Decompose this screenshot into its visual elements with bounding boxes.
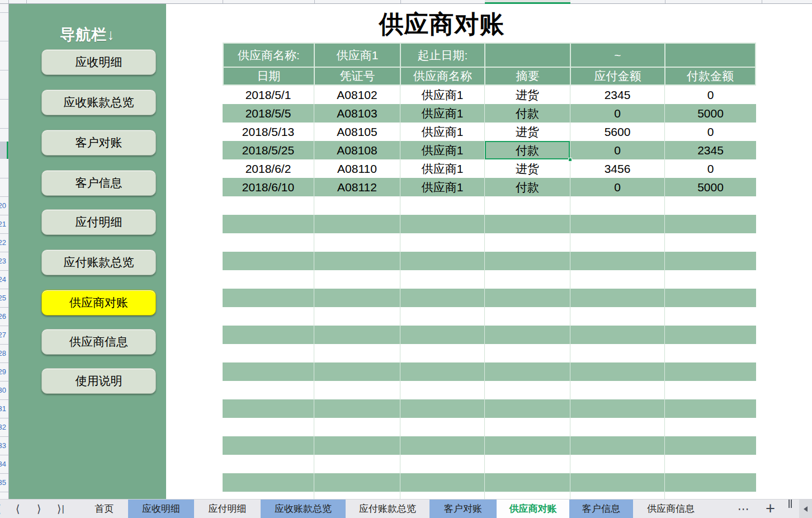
- table-cell[interactable]: [400, 196, 485, 215]
- table-cell[interactable]: [223, 289, 314, 307]
- table-cell[interactable]: [570, 362, 665, 381]
- table-cell[interactable]: [314, 381, 400, 399]
- table-cell[interactable]: 进货: [485, 86, 570, 104]
- table-cell[interactable]: [665, 399, 756, 418]
- supplier-name-value-cell[interactable]: 供应商1: [315, 44, 400, 67]
- table-cell[interactable]: 5000: [665, 104, 756, 123]
- table-cell[interactable]: [665, 233, 756, 252]
- table-cell[interactable]: [570, 381, 665, 399]
- column-header-cell[interactable]: 付款金额: [665, 68, 755, 84]
- table-cell[interactable]: [400, 270, 485, 289]
- table-cell[interactable]: [314, 233, 400, 252]
- column-header-cell[interactable]: 日期: [224, 68, 314, 84]
- table-cell[interactable]: [665, 344, 756, 362]
- table-cell[interactable]: 0: [570, 141, 665, 159]
- table-cell[interactable]: [665, 270, 756, 289]
- table-cell[interactable]: 进货: [485, 159, 570, 178]
- table-cell[interactable]: [570, 473, 665, 492]
- table-cell[interactable]: A08108: [314, 141, 400, 159]
- table-cell[interactable]: [570, 289, 665, 307]
- table-cell[interactable]: [400, 399, 485, 418]
- table-cell[interactable]: [570, 492, 665, 499]
- table-cell[interactable]: [223, 344, 314, 362]
- table-cell[interactable]: 0: [665, 159, 756, 178]
- table-cell[interactable]: [223, 492, 314, 499]
- table-cell[interactable]: [665, 418, 756, 436]
- table-cell[interactable]: [400, 344, 485, 362]
- table-cell[interactable]: [400, 252, 485, 270]
- table-cell[interactable]: [485, 196, 570, 215]
- sidebar-item-customer-info[interactable]: 客户信息: [41, 170, 156, 196]
- table-cell[interactable]: [314, 492, 400, 499]
- table-cell[interactable]: 0: [570, 178, 665, 196]
- next-sheet-button[interactable]: ⟩: [37, 500, 41, 518]
- prev-sheet-button[interactable]: ⟨: [16, 500, 20, 518]
- sheet-tab-payable-overview[interactable]: 应付账款总览: [346, 500, 429, 518]
- table-cell[interactable]: 供应商1: [400, 159, 485, 178]
- date-to-cell[interactable]: [665, 44, 755, 67]
- table-cell[interactable]: [314, 196, 400, 215]
- date-range-label-cell[interactable]: 起止日期:: [401, 44, 484, 67]
- column-header-cell[interactable]: 摘要: [485, 68, 570, 84]
- sidebar-item-instructions[interactable]: 使用说明: [41, 368, 156, 394]
- table-cell[interactable]: [570, 399, 665, 418]
- table-cell[interactable]: [485, 362, 570, 381]
- table-cell[interactable]: [400, 289, 485, 307]
- table-cell[interactable]: [665, 252, 756, 270]
- table-cell[interactable]: [223, 252, 314, 270]
- table-cell[interactable]: [223, 233, 314, 252]
- more-sheets-button[interactable]: ⋯: [738, 500, 750, 518]
- table-cell[interactable]: [485, 455, 570, 473]
- sidebar-item-receivable-detail[interactable]: 应收明细: [41, 49, 156, 75]
- table-cell[interactable]: [570, 344, 665, 362]
- table-cell[interactable]: [223, 399, 314, 418]
- table-cell[interactable]: A08103: [314, 104, 400, 123]
- table-cell[interactable]: [485, 326, 570, 344]
- table-cell[interactable]: 5000: [665, 178, 756, 196]
- table-cell[interactable]: [485, 344, 570, 362]
- table-cell[interactable]: A08112: [314, 178, 400, 196]
- column-header-cell[interactable]: 供应商名称: [401, 68, 484, 84]
- date-from-cell[interactable]: [485, 44, 570, 67]
- table-cell[interactable]: 2018/5/5: [223, 104, 314, 123]
- table-cell[interactable]: [400, 455, 485, 473]
- sidebar-item-customer-reconciliation[interactable]: 客户对账: [41, 130, 156, 156]
- table-cell[interactable]: 0: [665, 86, 756, 104]
- tab-scroll-divider[interactable]: [789, 500, 792, 508]
- table-cell[interactable]: A08102: [314, 86, 400, 104]
- table-cell[interactable]: [570, 252, 665, 270]
- selected-cell[interactable]: 付款: [485, 141, 570, 159]
- table-cell[interactable]: 进货: [485, 123, 570, 141]
- table-cell[interactable]: 2018/5/1: [223, 86, 314, 104]
- sidebar-item-supplier-info[interactable]: 供应商信息: [41, 329, 156, 355]
- table-cell[interactable]: [665, 455, 756, 473]
- table-cell[interactable]: [570, 233, 665, 252]
- table-cell[interactable]: [570, 436, 665, 455]
- scroll-left-arrow[interactable]: [799, 500, 812, 518]
- sidebar-item-payable-overview[interactable]: 应付账款总览: [41, 249, 156, 275]
- sheet-tab-payable-detail[interactable]: 应付明细: [194, 500, 261, 518]
- table-cell[interactable]: [485, 418, 570, 436]
- table-cell[interactable]: [223, 381, 314, 399]
- table-cell[interactable]: [570, 270, 665, 289]
- table-cell[interactable]: 供应商1: [400, 141, 485, 159]
- table-cell[interactable]: [485, 270, 570, 289]
- table-cell[interactable]: [314, 436, 400, 455]
- table-cell[interactable]: [314, 252, 400, 270]
- table-cell[interactable]: 2018/6/10: [223, 178, 314, 196]
- table-cell[interactable]: 0: [665, 123, 756, 141]
- table-cell[interactable]: [665, 381, 756, 399]
- column-header-cell[interactable]: 凭证号: [315, 68, 400, 84]
- table-cell[interactable]: A08110: [314, 159, 400, 178]
- table-cell[interactable]: [665, 196, 756, 215]
- table-cell[interactable]: 供应商1: [400, 104, 485, 123]
- table-cell[interactable]: [485, 473, 570, 492]
- table-cell[interactable]: [570, 307, 665, 326]
- table-cell[interactable]: [314, 362, 400, 381]
- table-cell[interactable]: [314, 418, 400, 436]
- sheet-tab-receivable-detail[interactable]: 应收明细: [128, 500, 194, 518]
- sheet-tab-supplier-reconciliation[interactable]: 供应商对账: [497, 500, 569, 518]
- table-cell[interactable]: [314, 344, 400, 362]
- table-cell[interactable]: [314, 289, 400, 307]
- table-cell[interactable]: [400, 492, 485, 499]
